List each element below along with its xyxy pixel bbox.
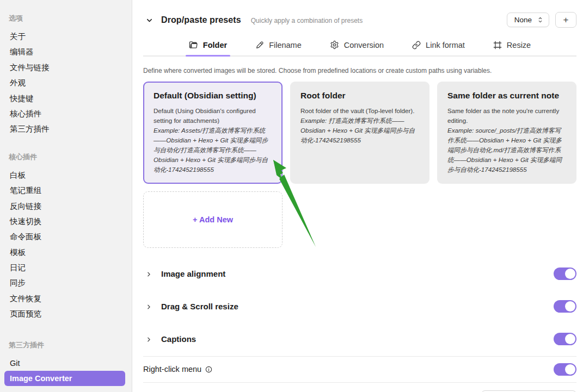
settings-sidebar: 选项 关于 编辑器 文件与链接 外观 快捷键 核心插件 第三方插件 核心插件 白… — [0, 0, 132, 392]
tab-filename[interactable]: Filename — [254, 36, 303, 55]
sidebar-item-git[interactable]: Git — [9, 356, 125, 371]
sidebar-item-daily-notes[interactable]: 日记 — [9, 260, 125, 275]
toggle-knob — [565, 269, 575, 279]
card-example: Example: source/_posts/打造高效博客写作系统——Obsid… — [447, 127, 562, 173]
sidebar-item-templates[interactable]: 模板 — [9, 245, 125, 260]
sidebar-item-editor[interactable]: 编辑器 — [9, 44, 125, 59]
pencil-icon — [255, 41, 264, 49]
add-new-folder-preset-button[interactable]: + Add New — [143, 191, 283, 248]
card-title: Root folder — [300, 91, 419, 101]
sidebar-item-file-recovery[interactable]: 文件恢复 — [9, 291, 125, 306]
chevron-right-icon — [145, 271, 152, 278]
tab-conversion[interactable]: Conversion — [329, 36, 385, 55]
tab-label: Link format — [426, 41, 465, 49]
section-drag-scroll-resize[interactable]: Drag & Scroll resize — [143, 298, 576, 315]
toggle-knob — [565, 334, 575, 344]
sidebar-item-files-links[interactable]: 文件与链接 — [9, 60, 125, 75]
card-desc: Root folder of the vault (Top-level fold… — [300, 107, 414, 114]
preset-select[interactable]: None — [507, 13, 549, 27]
sidebar-gap — [9, 137, 125, 152]
card-example: Example: 打造高效博客写作系统——Obsidian + Hexo + G… — [300, 117, 415, 144]
right-click-menu-toggle[interactable] — [554, 363, 576, 376]
card-same-folder-as-current-note[interactable]: Same folder as current note Same folder … — [437, 82, 576, 184]
card-desc: Same folder as the note you're currently… — [447, 107, 559, 124]
section-title: Drop/paste presets — [161, 15, 241, 25]
folder-tab-description: Define where converted images will be st… — [143, 67, 576, 74]
captions-toggle[interactable] — [554, 333, 576, 345]
cursor-position-row: Cursor position after drop/paste At the … — [143, 383, 576, 392]
section-label: Captions — [161, 334, 196, 344]
right-click-menu-row: Right-click menu — [143, 357, 576, 382]
card-example: Example: Assets/打造高效博客写作系统——Obsidian + H… — [154, 127, 268, 173]
add-preset-button[interactable]: + — [555, 12, 576, 28]
sidebar-group-core-plugins: 核心插件 白板 笔记重组 反向链接 快速切换 命令面板 模板 日记 同步 文件恢… — [9, 152, 125, 322]
card-body: Default (Using Obsidian's configured set… — [154, 106, 272, 175]
sidebar-group-header: 选项 — [9, 13, 125, 24]
sidebar-group-community-plugins: 第三方插件 Git Image Converter — [9, 340, 125, 387]
section-label: Image alignment — [161, 269, 225, 278]
card-desc: Default (Using Obsidian's configured set… — [154, 107, 256, 124]
toggle-knob — [565, 364, 575, 375]
toggle-knob — [565, 301, 575, 312]
tab-resize[interactable]: Resize — [492, 36, 532, 55]
chevron-updown-icon — [537, 16, 543, 23]
preset-select-value: None — [514, 16, 532, 24]
card-root-folder[interactable]: Root folder Root folder of the vault (To… — [290, 82, 429, 184]
sidebar-item-canvas[interactable]: 白板 — [9, 167, 125, 183]
setting-label-text: Right-click menu — [143, 365, 201, 374]
sidebar-group-options: 选项 关于 编辑器 文件与链接 外观 快捷键 核心插件 第三方插件 — [9, 13, 125, 137]
tab-label: Conversion — [344, 41, 384, 49]
sidebar-item-appearance[interactable]: 外观 — [9, 75, 125, 90]
drag-scroll-resize-toggle[interactable] — [554, 300, 576, 313]
presets-header-row: Drop/paste presets Quickly apply a combi… — [143, 12, 576, 28]
section-subtitle: Quickly apply a combination of presets — [251, 17, 363, 24]
sidebar-item-core-plugins[interactable]: 核心插件 — [9, 106, 125, 121]
card-title: Same folder as current note — [447, 91, 566, 101]
sidebar-item-community-plugins[interactable]: 第三方插件 — [9, 121, 125, 136]
sidebar-item-sync[interactable]: 同步 — [9, 275, 125, 290]
sidebar-gap — [9, 322, 125, 340]
link-icon — [412, 41, 421, 49]
image-alignment-toggle[interactable] — [554, 267, 576, 280]
sidebar-item-page-preview[interactable]: 页面预览 — [9, 306, 125, 321]
section-captions[interactable]: Captions — [143, 331, 576, 347]
tab-label: Folder — [203, 41, 227, 49]
card-title: Default (Obsidian setting) — [154, 91, 272, 101]
card-body: Same folder as the note you're currently… — [447, 106, 566, 175]
sidebar-item-quick-switcher[interactable]: 快速切换 — [9, 214, 125, 229]
chevron-down-icon[interactable] — [145, 16, 154, 24]
chevron-right-icon — [145, 303, 152, 310]
settings-sections: Image alignment Drag & Scroll resize Cap… — [143, 266, 576, 392]
section-label: Drag & Scroll resize — [161, 302, 238, 311]
sidebar-item-command-palette[interactable]: 命令面板 — [9, 229, 125, 244]
sidebar-item-hotkeys[interactable]: 快捷键 — [9, 91, 125, 106]
card-default-obsidian-setting[interactable]: Default (Obsidian setting) Default (Usin… — [143, 82, 283, 184]
chevron-right-icon — [145, 336, 152, 343]
sidebar-item-note-composer[interactable]: 笔记重组 — [9, 183, 125, 198]
tab-folder[interactable]: Folder — [188, 36, 228, 55]
preset-tabbar: Folder Filename Conversion Link format R… — [143, 36, 576, 57]
image-converter-settings-pane: Drop/paste presets Quickly apply a combi… — [132, 0, 583, 392]
sidebar-item-image-converter[interactable]: Image Converter — [4, 371, 125, 386]
section-image-alignment[interactable]: Image alignment — [143, 266, 576, 282]
sidebar-group-header: 第三方插件 — [9, 340, 125, 351]
card-body: Root folder of the vault (Top-level fold… — [300, 106, 419, 145]
sidebar-item-about[interactable]: 关于 — [9, 29, 125, 44]
info-icon[interactable] — [205, 366, 212, 373]
tab-link-format[interactable]: Link format — [411, 36, 466, 55]
tab-label: Filename — [269, 41, 302, 49]
folder-icon — [189, 40, 198, 49]
folder-preset-cards: Default (Obsidian setting) Default (Usin… — [143, 82, 576, 184]
sidebar-item-backlinks[interactable]: 反向链接 — [9, 198, 125, 214]
tab-label: Resize — [507, 41, 531, 49]
setting-label: Right-click menu — [143, 365, 212, 374]
sidebar-group-header: 核心插件 — [9, 152, 125, 163]
gear-icon — [330, 40, 339, 49]
resize-frame-icon — [493, 41, 502, 49]
